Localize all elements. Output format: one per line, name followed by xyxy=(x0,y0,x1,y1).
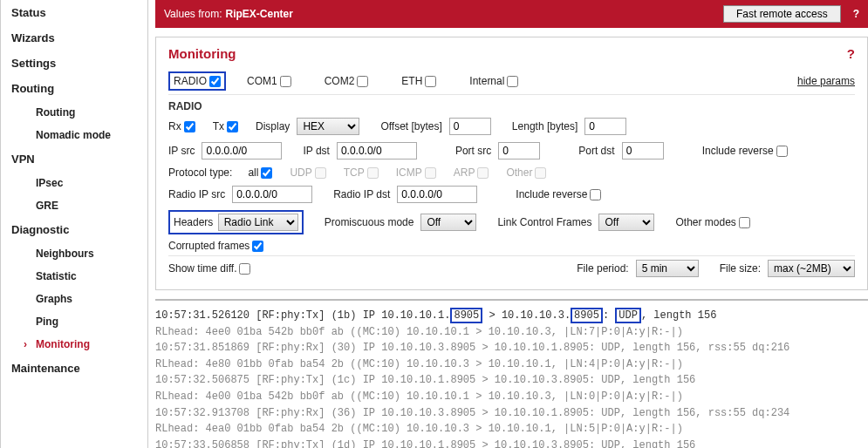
log-output: 10:57:31.526120 [RF:phy:Tx] (1b) IP 10.1… xyxy=(155,299,868,448)
promiscuous-label: Promiscuous mode xyxy=(325,216,414,228)
other-modes-checkbox[interactable]: Other modes xyxy=(675,216,749,228)
display-label: Display xyxy=(256,120,290,132)
radio-ipdst-label: Radio IP dst xyxy=(333,188,390,200)
sidebar-sub-statistic[interactable]: Statistic xyxy=(1,265,147,288)
sidebar-sub-monitoring[interactable]: Monitoring xyxy=(1,333,147,356)
include-reverse-2-checkbox[interactable]: Include reverse xyxy=(516,188,601,200)
sidebar-item-settings[interactable]: Settings xyxy=(1,51,147,76)
radio-ipsrc-input[interactable] xyxy=(232,186,312,203)
linkctrl-select[interactable]: Off xyxy=(598,214,654,231)
portsrc-input[interactable] xyxy=(498,142,540,160)
portdst-label: Port dst xyxy=(578,145,614,157)
protocol-icmp-checkbox[interactable]: ICMP xyxy=(396,166,436,179)
ipsrc-input[interactable] xyxy=(202,142,282,160)
protocol-tcp-checkbox[interactable]: TCP xyxy=(344,166,379,179)
filesize-select[interactable]: max (~2MB) xyxy=(768,260,855,277)
log-line-4: RLhead: 4e80 01bb 0fab ba54 2b ((MC:10) … xyxy=(155,356,868,373)
topbar-source: RipEX-Center xyxy=(225,8,292,20)
headers-highlight: Headers Radio Link xyxy=(168,210,304,234)
sidebar: Status Wizards Settings Routing Routing … xyxy=(0,0,148,448)
protocol-arp-checkbox[interactable]: ARP xyxy=(454,166,489,179)
length-label: Length [bytes] xyxy=(512,120,578,132)
protocol-label: Protocol type: xyxy=(168,166,232,179)
monitoring-panel: Monitoring ? RADIO COM1 COM2 ETH Interna… xyxy=(155,37,868,290)
sidebar-item-maintenance[interactable]: Maintenance xyxy=(1,356,147,381)
ipdst-label: IP dst xyxy=(303,145,329,157)
internal-checkbox[interactable]: Internal xyxy=(469,75,518,87)
help-icon[interactable]: ? xyxy=(853,8,859,20)
radio-ipdst-input[interactable] xyxy=(397,186,477,203)
radio-filter-highlight: RADIO xyxy=(168,71,226,91)
portsrc-label: Port src xyxy=(455,145,491,157)
include-reverse-1-checkbox[interactable]: Include reverse xyxy=(702,145,788,157)
sidebar-sub-ipsec[interactable]: IPsec xyxy=(1,172,147,194)
linkctrl-label: Link Control Frames xyxy=(497,216,591,228)
radio-ipsrc-label: Radio IP src xyxy=(168,188,225,200)
radio-section-heading: RADIO xyxy=(168,95,855,114)
main-content: Values from: RipEX-Center Fast remote ac… xyxy=(148,0,868,448)
sidebar-sub-nomadic[interactable]: Nomadic mode xyxy=(1,124,147,146)
log-line-7: 10:57:32.913708 [RF:phy:Rx] (36) IP 10.1… xyxy=(155,405,868,422)
fileperiod-select[interactable]: 5 min xyxy=(636,260,699,277)
portdst-input[interactable] xyxy=(622,142,664,160)
show-time-diff-checkbox[interactable]: Show time diff. xyxy=(168,262,250,275)
panel-help-icon[interactable]: ? xyxy=(847,46,855,61)
tx-checkbox[interactable]: Tx xyxy=(213,120,238,132)
length-input[interactable] xyxy=(584,118,626,135)
radio-checkbox-input[interactable] xyxy=(209,76,221,87)
log-line-9: 10:57:33.506858 [RF:phy:Tx] (1d) IP 10.1… xyxy=(155,438,868,448)
sidebar-item-wizards[interactable]: Wizards xyxy=(1,25,147,51)
com2-checkbox[interactable]: COM2 xyxy=(325,75,369,87)
sidebar-item-vpn[interactable]: VPN xyxy=(1,146,147,172)
ipsrc-label: IP src xyxy=(168,145,195,157)
log-line-6: RLhead: 4e00 01ba 542b bb0f ab ((MC:10) … xyxy=(155,389,868,405)
sidebar-item-routing[interactable]: Routing xyxy=(1,76,147,101)
topbar-label: Values from: xyxy=(164,8,222,20)
panel-title: Monitoring xyxy=(168,46,236,61)
protocol-udp-checkbox[interactable]: UDP xyxy=(290,166,325,179)
sidebar-item-diagnostic[interactable]: Diagnostic xyxy=(1,217,147,242)
log-line-2: RLhead: 4ee0 01ba 542b bb0f ab ((MC:10) … xyxy=(155,324,868,341)
sidebar-item-status[interactable]: Status xyxy=(1,0,147,25)
log-line-1: 10:57:31.526120 [RF:phy:Tx] (1b) IP 10.1… xyxy=(155,308,868,324)
com1-checkbox[interactable]: COM1 xyxy=(247,75,291,87)
protocol-other-checkbox[interactable]: Other xyxy=(506,166,546,179)
sidebar-sub-neighbours[interactable]: Neighbours xyxy=(1,242,147,265)
fileperiod-label: File period: xyxy=(577,262,628,275)
log-line-8: RLhead: 4ea0 01bb 0fab ba54 2b ((MC:10) … xyxy=(155,421,868,438)
ipdst-input[interactable] xyxy=(337,142,417,160)
highlight-port-dst: 8905 xyxy=(571,308,603,323)
offset-label: Offset [bytes] xyxy=(380,120,441,132)
sidebar-sub-routing[interactable]: Routing xyxy=(1,101,147,124)
highlight-port-src: 8905 xyxy=(450,308,482,323)
sidebar-sub-gre[interactable]: GRE xyxy=(1,194,147,217)
sidebar-sub-graphs[interactable]: Graphs xyxy=(1,288,147,310)
filesize-label: File size: xyxy=(720,262,761,275)
headers-select[interactable]: Radio Link xyxy=(218,214,298,231)
hide-params-link[interactable]: hide params xyxy=(797,75,855,87)
sidebar-sub-ping[interactable]: Ping xyxy=(1,310,147,333)
rx-checkbox[interactable]: Rx xyxy=(168,120,195,132)
fast-remote-access-button[interactable]: Fast remote access xyxy=(723,5,841,23)
log-line-3: 10:57:31.851869 [RF:phy:Rx] (30) IP 10.1… xyxy=(155,340,868,356)
radio-label: RADIO xyxy=(174,75,207,87)
display-select[interactable]: HEX xyxy=(297,118,359,135)
highlight-protocol: UDP xyxy=(615,308,641,323)
offset-input[interactable] xyxy=(449,118,491,135)
headers-label: Headers xyxy=(174,216,213,228)
radio-checkbox[interactable]: RADIO xyxy=(174,75,221,87)
eth-checkbox[interactable]: ETH xyxy=(401,75,436,87)
topbar: Values from: RipEX-Center Fast remote ac… xyxy=(155,0,868,28)
promiscuous-select[interactable]: Off xyxy=(420,214,476,231)
protocol-all-checkbox[interactable]: all xyxy=(248,166,272,179)
log-line-5: 10:57:32.506875 [RF:phy:Tx] (1c) IP 10.1… xyxy=(155,372,868,389)
corrupted-frames-checkbox[interactable]: Corrupted frames xyxy=(168,240,263,252)
